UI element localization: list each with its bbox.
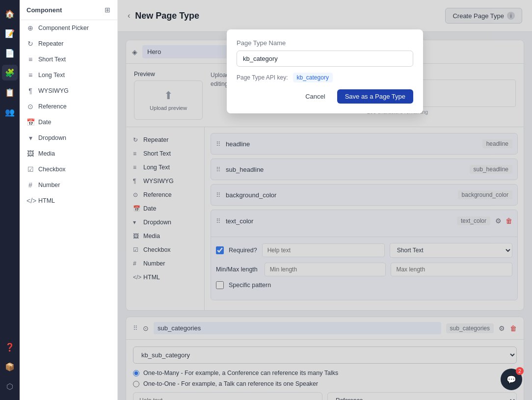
modal-api-row: Page Type API key: kb_category: [237, 73, 413, 82]
save-modal: Page Type Name Page Type API key: kb_cat…: [227, 29, 423, 113]
panel-item-label: Date: [38, 119, 51, 126]
api-key-badge: kb_category: [293, 73, 333, 82]
panel-header: Component ⊞: [20, 0, 117, 20]
panel-item-label: WYSIWYG: [38, 87, 69, 94]
panel-item-label: Dropdown: [38, 134, 66, 141]
panel-item-label: Component Picker: [38, 25, 89, 31]
panel-item-reference[interactable]: ⊙ Reference: [20, 99, 117, 114]
long-text-icon: ≡: [27, 71, 34, 79]
panel-item-label: HTML: [38, 197, 55, 204]
reference-icon: ⊙: [27, 103, 34, 110]
nav-hex-icon[interactable]: ⬡: [2, 378, 18, 394]
nav-sidebar: 🏠 📝 📄 🧩 📋 👥 ❓ 📦 ⬡: [0, 0, 20, 400]
panel-item-dropdown[interactable]: ▾ Dropdown: [20, 130, 117, 146]
panel-item-date[interactable]: 📅 Date: [20, 114, 117, 130]
panel-item-label: Media: [38, 150, 55, 157]
chat-bubble[interactable]: 💬 2: [501, 369, 522, 390]
short-text-icon: ≡: [27, 55, 34, 63]
chat-badge: 2: [516, 367, 524, 375]
component-panel: Component ⊞ ⊕ Component Picker ↻ Repeate…: [20, 0, 118, 400]
cancel-button[interactable]: Cancel: [298, 89, 332, 104]
panel-item-label: Reference: [38, 103, 67, 110]
panel-title: Component: [27, 6, 62, 14]
panel-item-label: Number: [38, 182, 60, 188]
panel-item-long-text[interactable]: ≡ Long Text: [20, 67, 117, 83]
panel-item-html[interactable]: </> HTML: [20, 193, 117, 209]
nav-help-icon[interactable]: ❓: [2, 339, 18, 355]
panel-item-label: Long Text: [38, 72, 65, 79]
chat-icon: 💬: [506, 375, 516, 384]
panel-item-number[interactable]: # Number: [20, 177, 117, 193]
modal-overlay: Page Type Name Page Type API key: kb_cat…: [118, 0, 532, 400]
panel-item-label: Short Text: [38, 56, 66, 63]
api-key-label: Page Type API key:: [237, 74, 288, 81]
panel-item-short-text[interactable]: ≡ Short Text: [20, 52, 117, 67]
html-icon: </>: [27, 197, 34, 205]
nav-pages-icon[interactable]: 📄: [2, 45, 18, 61]
component-picker-icon: ⊕: [27, 24, 34, 32]
nav-layers-icon[interactable]: 📦: [2, 359, 18, 374]
modal-actions: Cancel Save as a Page Type: [237, 89, 413, 104]
save-as-page-type-button[interactable]: Save as a Page Type: [337, 89, 413, 104]
panel-item-wysiwyg[interactable]: ¶ WYSIWYG: [20, 83, 117, 99]
page-type-name-input[interactable]: [237, 51, 413, 67]
panel-item-repeater[interactable]: ↻ Repeater: [20, 36, 117, 52]
nav-users-icon[interactable]: 👥: [2, 104, 18, 120]
date-icon: 📅: [27, 118, 34, 126]
panel-item-checkbox[interactable]: ☑ Checkbox: [20, 161, 117, 177]
panel-item-component-picker[interactable]: ⊕ Component Picker: [20, 20, 117, 36]
nav-components-icon[interactable]: 🧩: [2, 65, 18, 80]
wysiwyg-icon: ¶: [27, 87, 34, 95]
dropdown-icon: ▾: [27, 134, 34, 142]
nav-data-icon[interactable]: 📋: [2, 84, 18, 100]
nav-blog-icon[interactable]: 📝: [2, 26, 18, 41]
number-icon: #: [27, 181, 34, 189]
panel-item-label: Repeater: [38, 40, 63, 47]
panel-grid-icon: ⊞: [105, 6, 110, 14]
repeater-icon: ↻: [27, 40, 34, 48]
panel-item-label: Checkbox: [38, 166, 66, 173]
modal-title: Page Type Name: [237, 39, 413, 47]
main-area: ‹ New Page Type Create Page Type i ◈ her…: [118, 0, 532, 400]
media-icon: 🖼: [27, 150, 34, 158]
panel-item-media[interactable]: 🖼 Media: [20, 146, 117, 161]
checkbox-icon: ☑: [27, 165, 34, 173]
nav-home-icon[interactable]: 🏠: [2, 6, 18, 22]
